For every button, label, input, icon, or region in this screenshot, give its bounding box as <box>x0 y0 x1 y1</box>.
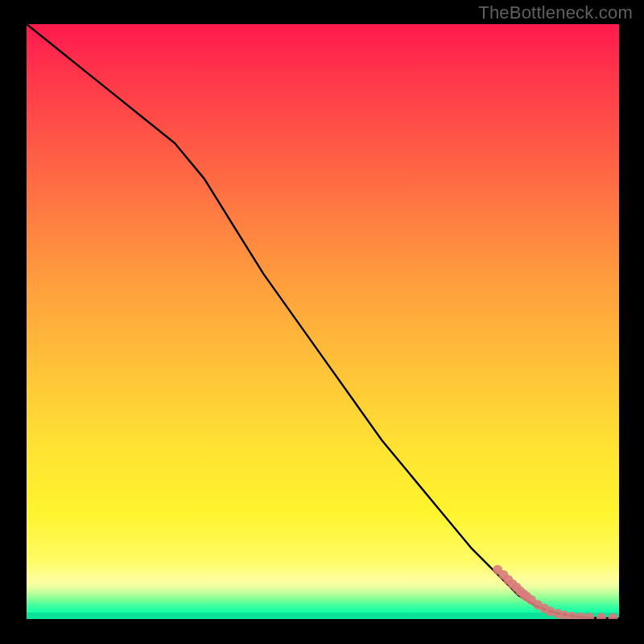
highlight-point <box>584 613 594 619</box>
highlight-point <box>597 613 606 619</box>
plot-area <box>27 24 619 619</box>
chart-overlay <box>27 24 619 619</box>
highlight-point <box>609 613 618 619</box>
chart-stage: TheBottleneck.com <box>0 0 644 644</box>
highlight-point <box>576 612 585 619</box>
watermark-text: TheBottleneck.com <box>478 2 633 23</box>
bottleneck-curve <box>27 24 619 618</box>
highlight-points <box>493 565 618 619</box>
